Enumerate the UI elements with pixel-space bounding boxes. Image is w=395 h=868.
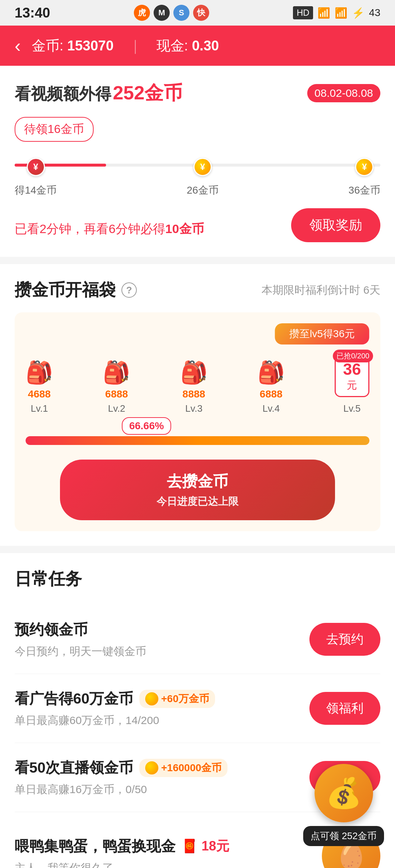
video-date-range: 08.02-08.08 bbox=[307, 84, 380, 102]
node-label-3: 36金币 bbox=[349, 183, 380, 197]
task-badge-3: +160000金币 bbox=[139, 759, 228, 777]
status-time: 13:40 bbox=[15, 5, 50, 21]
level-item-2: 🎒 6888 Lv.2 bbox=[103, 359, 130, 414]
video-header: 看视频额外得 252金币 08.02-08.08 bbox=[15, 80, 380, 106]
node-label-1: 得14金币 bbox=[15, 183, 57, 197]
header: ‹ 金币: 153070 ｜ 现金: 0.30 bbox=[0, 26, 395, 66]
task-desc-1: 今日预约，明天一键领金币 bbox=[15, 644, 309, 659]
bag-icon-1: 🎒 bbox=[26, 359, 53, 385]
header-info: 金币: 153070 ｜ 现金: 0.30 bbox=[32, 37, 219, 55]
level-name-4: Lv.4 bbox=[263, 403, 280, 414]
level-item-1: 🎒 4688 Lv.1 bbox=[26, 359, 53, 414]
daily-section-title: 日常任务 bbox=[15, 568, 380, 590]
level-track-area: 66.66% bbox=[26, 436, 369, 445]
claim-button[interactable]: 领取奖励 bbox=[291, 208, 380, 242]
task-desc-4: 主人，我等你很久了 bbox=[15, 861, 322, 868]
app-icon-4: 快 bbox=[193, 5, 209, 21]
node-coin-1: ¥ bbox=[27, 158, 45, 176]
bag-number-3: 8888 bbox=[183, 388, 205, 400]
video-card: 看视频额外得 252金币 08.02-08.08 待领16金币 ¥ 得14金币 … bbox=[0, 66, 395, 257]
levels-items: 🎒 4688 Lv.1 🎒 6888 Lv.2 🎒 8888 Lv.3 bbox=[26, 355, 369, 414]
task-desc-3: 单日最高赚16万金币，0/50 bbox=[15, 782, 309, 797]
task-name-2: 看广告得60万金币 +60万金币 bbox=[15, 689, 309, 709]
task-btn-1[interactable]: 去预约 bbox=[309, 623, 380, 656]
coins-label: 金币: 153070 bbox=[32, 37, 114, 55]
task-name-1: 预约领金币 bbox=[15, 620, 309, 640]
bag-icon-2: 🎒 bbox=[103, 359, 130, 385]
progress-node-3: ¥ 36金币 bbox=[349, 158, 380, 197]
video-desc-row: 已看2分钟，再看6分钟必得10金币 领取奖励 bbox=[15, 208, 380, 242]
header-divider: ｜ bbox=[128, 37, 142, 55]
app-icon-2: M bbox=[154, 5, 170, 21]
level-item-3: 🎒 8888 Lv.3 bbox=[180, 359, 208, 414]
task-info-1: 预约领金币 今日预约，明天一键领金币 bbox=[15, 620, 309, 659]
level-name-3: Lv.3 bbox=[185, 403, 202, 414]
collect-subtitle: 本期限时福利倒计时 6天 bbox=[262, 283, 380, 298]
level-name-5: Lv.5 bbox=[343, 403, 361, 414]
task-desc-2: 单日最高赚60万金币，14/200 bbox=[15, 713, 309, 728]
level-item-5: 36 元 已抢0/200 Lv.5 bbox=[335, 355, 369, 414]
level-name-1: Lv.1 bbox=[31, 403, 48, 414]
collect-go-button[interactable]: 去攒金币 今日进度已达上限 bbox=[60, 460, 335, 520]
wifi-signal: 📶 bbox=[335, 7, 347, 19]
status-icons: HD 📶 📶 ⚡ 43 bbox=[293, 6, 380, 19]
task-info-2: 看广告得60万金币 +60万金币 单日最高赚60万金币，14/200 bbox=[15, 689, 309, 728]
task-cash-badge-4: 🧧 18元 bbox=[181, 837, 229, 855]
float-coin-bag[interactable]: 💰 bbox=[315, 764, 373, 822]
app-icons-container: 虎 M S 快 bbox=[134, 5, 209, 21]
bag-number-1: 4688 bbox=[28, 388, 50, 400]
level-name-2: Lv.2 bbox=[108, 403, 125, 414]
task-info-4: 喂鸭集鸭蛋，鸭蛋换现金 🧧 18元 主人，我等你很久了 bbox=[15, 836, 322, 868]
progress-bar-container: ¥ 得14金币 ¥ 26金币 ¥ 36金币 bbox=[15, 164, 380, 197]
coin-icon-2 bbox=[145, 692, 158, 705]
level-item-4: 🎒 6888 Lv.4 bbox=[257, 359, 285, 414]
task-name-3: 看50次直播领金币 +160000金币 bbox=[15, 758, 309, 778]
video-title-area: 看视频额外得 252金币 bbox=[15, 80, 183, 106]
hd-badge: HD bbox=[293, 6, 313, 19]
help-icon[interactable]: ? bbox=[121, 282, 137, 298]
collect-title: 攒金币开福袋 ? bbox=[15, 279, 137, 301]
task-badge-2: +60万金币 bbox=[139, 690, 215, 708]
grabbed-badge: 已抢0/200 bbox=[333, 350, 373, 362]
node-label-2: 26金币 bbox=[187, 183, 218, 197]
bag-number-2: 6888 bbox=[105, 388, 128, 400]
pending-badge: 待领16金币 bbox=[15, 117, 94, 142]
task-item-2: 看广告得60万金币 +60万金币 单日最高赚60万金币，14/200 领福利 bbox=[15, 674, 380, 743]
task-name-4: 喂鸭集鸭蛋，鸭蛋换现金 🧧 18元 bbox=[15, 836, 322, 856]
bag-icon-4: 🎒 bbox=[257, 359, 285, 385]
app-icon-1: 虎 bbox=[134, 5, 150, 21]
progress-nodes: ¥ 得14金币 ¥ 26金币 ¥ 36金币 bbox=[15, 158, 380, 197]
collect-header: 攒金币开福袋 ? 本期限时福利倒计时 6天 bbox=[15, 279, 380, 301]
video-title-prefix: 看视频额外得 bbox=[15, 85, 111, 103]
video-title-coins: 252金币 bbox=[113, 82, 183, 103]
task-item-1: 预约领金币 今日预约，明天一键领金币 去预约 bbox=[15, 605, 380, 674]
collect-levels: 🎒 4688 Lv.1 🎒 6888 Lv.2 🎒 8888 Lv.3 bbox=[26, 355, 369, 445]
collect-card: 攒金币开福袋 ? 本期限时福利倒计时 6天 攒至lv5得36元 🎒 4688 L… bbox=[0, 264, 395, 546]
5g-signal: 📶 bbox=[317, 7, 330, 19]
bag-icon-3: 🎒 bbox=[180, 359, 208, 385]
task-btn-2[interactable]: 领福利 bbox=[309, 692, 380, 725]
battery-level: 43 bbox=[369, 7, 380, 19]
bag-number-4: 6888 bbox=[260, 388, 282, 400]
level-5-bag-wrap: 36 元 已抢0/200 bbox=[335, 355, 369, 397]
app-icon-soul: S bbox=[173, 5, 189, 21]
back-button[interactable]: ‹ bbox=[15, 37, 21, 55]
float-btn-label[interactable]: 点可领 252金币 bbox=[303, 826, 384, 846]
collect-body: 攒至lv5得36元 🎒 4688 Lv.1 🎒 6888 Lv.2 bbox=[15, 312, 380, 531]
cash-label: 现金: 0.30 bbox=[157, 37, 219, 55]
status-bar: 13:40 虎 M S 快 HD 📶 📶 ⚡ 43 bbox=[0, 0, 395, 26]
float-button-area: 💰 点可领 252金币 bbox=[303, 764, 384, 846]
coin-icon-3 bbox=[145, 761, 158, 774]
video-description: 已看2分钟，再看6分钟必得10金币 bbox=[15, 221, 204, 237]
node-coin-2: ¥ bbox=[193, 158, 212, 176]
levels-track: 66.66% bbox=[26, 436, 369, 445]
collect-btn-area: 去攒金币 今日进度已达上限 bbox=[26, 460, 369, 520]
percent-badge: 66.66% bbox=[122, 417, 171, 435]
task-info-3: 看50次直播领金币 +160000金币 单日最高赚16万金币，0/50 bbox=[15, 758, 309, 797]
battery-icon: ⚡ bbox=[352, 7, 365, 19]
node-coin-3: ¥ bbox=[355, 158, 373, 176]
collect-top-label-wrap: 攒至lv5得36元 bbox=[26, 323, 369, 352]
progress-node-1: ¥ 得14金币 bbox=[15, 158, 57, 197]
collect-top-label: 攒至lv5得36元 bbox=[275, 323, 369, 344]
progress-node-2: ¥ 26金币 bbox=[187, 158, 218, 197]
